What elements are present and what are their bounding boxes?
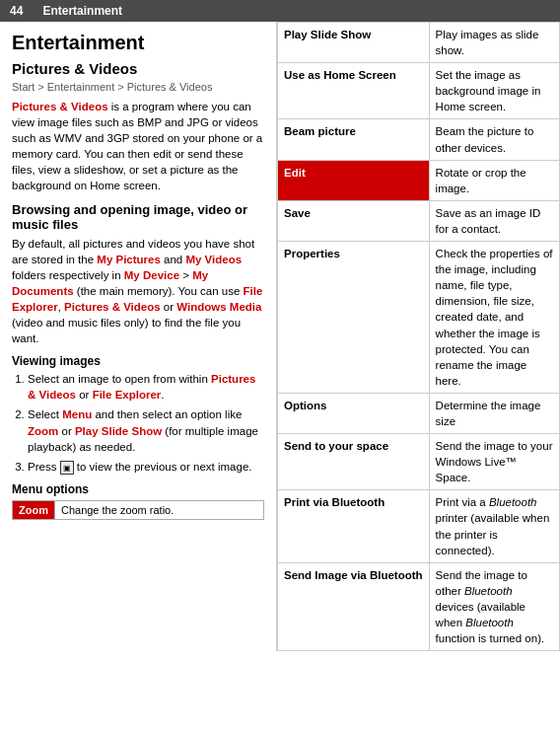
page-number: 44 [10,4,23,18]
option-desc: Determine the image size [429,393,559,433]
sub-body-text: By default, all pictures and videos you … [12,236,264,347]
breadcrumb: Start > Entertainment > Pictures & Video… [12,81,264,93]
top-bar: 44 Entertainment [0,0,560,22]
right-panel: Play Slide ShowPlay images as slide show… [276,22,560,651]
step2-zoom: Zoom [28,425,58,437]
button-icon: ▣ [60,461,74,475]
step-2: Select Menu and then select an option li… [28,406,264,454]
option-label: Save [278,200,430,241]
sub-heading: Browsing and opening image, video or mus… [12,202,264,232]
my-device-link: My Device [124,269,179,281]
option-desc: Send the image to your Windows Live™ Spa… [429,434,559,490]
option-desc: Save as an image ID for a contact. [429,200,559,241]
option-label: Beam picture [278,119,430,160]
option-label: Use as Home Screen [278,63,430,119]
option-desc-part: function is turned on). [436,632,545,644]
zoom-desc: Change the zoom ratio. [54,501,263,519]
step2-menu: Menu [62,408,92,420]
table-row: Print via BluetoothPrint via a Bluetooth… [278,490,560,562]
section-heading: Pictures & Videos [12,60,264,77]
table-row: Send Image via BluetoothSend the image t… [278,562,560,650]
option-desc-part: printer (available when the printer is c… [436,512,550,555]
top-bar-title: Entertainment [42,4,122,18]
step-3: Press ▣ to view the previous or next ima… [28,459,264,475]
option-desc: Rotate or crop the image. [429,160,559,200]
my-documents-link: My Documents [12,269,208,297]
option-label: Properties [278,242,430,394]
option-label: Options [278,393,430,433]
step-1: Select an image to open from within Pict… [28,371,264,403]
option-label: Send Image via Bluetooth [278,562,430,650]
my-pictures-link: My Pictures [97,254,161,265]
option-label: Send to your space [278,434,430,490]
option-desc-part: Bluetooth [465,617,514,628]
page-title: Entertainment [12,32,264,54]
zoom-bar: Zoom Change the zoom ratio. [12,500,264,520]
option-desc: Play images as slide show. [429,23,559,63]
options-table: Play Slide ShowPlay images as slide show… [277,22,560,651]
option-desc-part: Bluetooth [489,496,537,508]
table-row: OptionsDetermine the image size [278,393,560,433]
table-row: Use as Home ScreenSet the image as backg… [278,63,560,119]
option-desc: Beam the picture to other devices. [429,119,559,160]
zoom-label: Zoom [13,501,54,519]
steps-list: Select an image to open from within Pict… [12,371,264,475]
option-label: Print via Bluetooth [278,490,430,562]
windows-media-link: Windows Media [176,301,261,313]
option-desc: Print via a Bluetooth printer (available… [429,490,559,562]
table-row: EditRotate or crop the image. [278,160,560,200]
step2-pss: Play Slide Show [75,425,162,437]
option-desc: Send the image to other Bluetooth device… [429,562,559,650]
option-label: Play Slide Show [278,23,430,63]
option-desc: Check the properties of the image, inclu… [429,242,559,394]
option-desc: Set the image as background image in Hom… [429,63,559,119]
step1-fe: File Explorer [93,389,162,401]
table-row: Beam pictureBeam the picture to other de… [278,119,560,160]
intro-text-body: is a program where you can view image fi… [12,101,262,191]
table-row: Send to your spaceSend the image to your… [278,434,560,490]
table-row: PropertiesCheck the properties of the im… [278,242,560,394]
viewing-label: Viewing images [12,354,264,368]
option-label: Edit [278,160,430,200]
intro-text: Pictures & Videos is a program where you… [12,99,264,194]
option-desc-part: Print via a [436,496,489,508]
option-desc-part: Bluetooth [464,585,513,597]
menu-options-label: Menu options [12,482,264,496]
my-videos-link: My Videos [185,254,242,265]
pictures-videos-link: Pictures & Videos [12,101,108,112]
table-row: Play Slide ShowPlay images as slide show… [278,23,560,63]
left-panel: Entertainment Pictures & Videos Start > … [0,22,276,651]
pictures-videos-link2: Pictures & Videos [64,301,161,313]
table-row: SaveSave as an image ID for a contact. [278,200,560,241]
